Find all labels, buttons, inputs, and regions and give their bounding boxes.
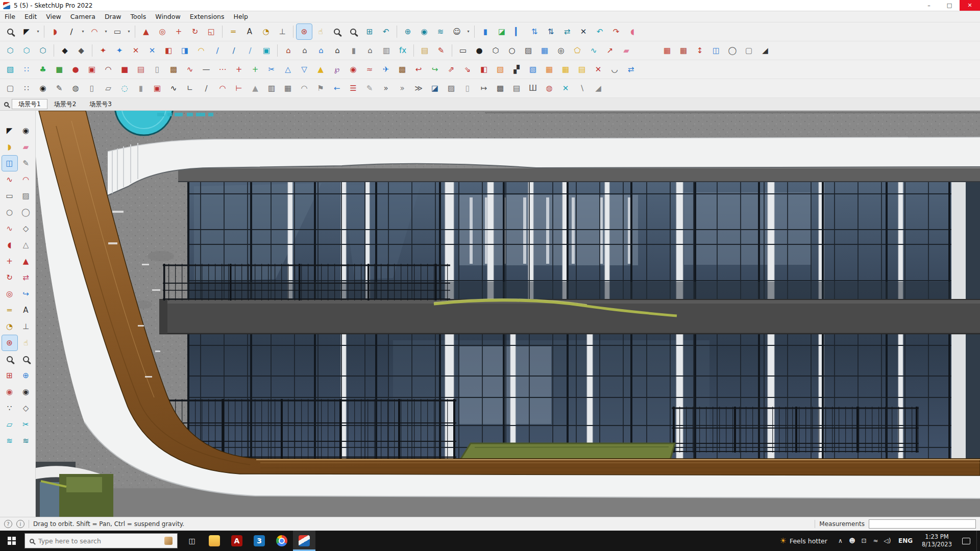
walk-small-icon[interactable]: ∵ <box>2 400 17 416</box>
diagonal-icon[interactable]: ∕ <box>199 81 214 96</box>
hidden-icons-chevron-icon[interactable]: ∧ <box>835 537 846 544</box>
tape-measure-tool-icon[interactable]: ═ <box>2 303 17 318</box>
zoom-extents-icon[interactable]: ⊞ <box>362 24 377 39</box>
export-box-icon[interactable]: ⇗ <box>444 62 459 77</box>
loop-purple-icon[interactable]: ℘ <box>329 62 345 77</box>
import-box-icon[interactable]: ⇘ <box>460 62 475 77</box>
eye-icon[interactable]: ◉ <box>35 81 51 96</box>
follow-me-icon[interactable]: ↪ <box>18 286 34 302</box>
taskbar-search[interactable] <box>24 533 178 548</box>
white-cube-icon[interactable]: ▢ <box>3 81 18 96</box>
green-square-icon[interactable]: ■ <box>52 62 67 77</box>
black-curve-icon[interactable]: ◡ <box>607 62 622 77</box>
grid-icon[interactable]: ▦ <box>280 81 296 96</box>
blue-box-icon[interactable]: ◪ <box>427 81 443 96</box>
select-arrow-icon[interactable]: ◤ <box>19 24 34 39</box>
red-diagonal-arrow-icon[interactable]: ↗ <box>602 43 618 58</box>
chevrons-1-icon[interactable]: » <box>378 81 394 96</box>
yellow-grid-2-icon[interactable]: ▤ <box>574 62 590 77</box>
drop-triangle-icon[interactable]: △ <box>280 62 296 77</box>
taskbar-file-explorer[interactable] <box>203 531 226 551</box>
pencil-light-icon[interactable]: ✎ <box>362 81 377 96</box>
zoom-window-icon[interactable] <box>346 24 361 39</box>
blue-cube-icon[interactable]: ▧ <box>525 62 541 77</box>
zoom-tool-icon[interactable] <box>2 352 17 367</box>
person-scale-icon[interactable]: ☺ <box>449 24 464 39</box>
sandbox-scratch-icon[interactable]: ⬡ <box>19 43 34 58</box>
parallelogram-icon[interactable]: ▱ <box>101 81 116 96</box>
polygon-icon[interactable]: ◇ <box>18 221 34 236</box>
paint-bucket-icon[interactable]: ◗ <box>47 24 63 39</box>
separator[interactable] <box>395 24 399 39</box>
arc-tool-icon[interactable]: ◠ <box>87 24 102 39</box>
ribbon-icon[interactable]: ◖ <box>625 24 640 39</box>
walk-tool-icon[interactable]: ≋ <box>433 24 448 39</box>
menu-window[interactable]: Window <box>151 11 185 22</box>
taskbar-3d-app[interactable]: 3 <box>248 531 271 551</box>
teal-ring-icon[interactable]: ◌ <box>117 81 132 96</box>
bw-hatch-icon[interactable]: ▞ <box>509 62 524 77</box>
scene-search-icon[interactable] <box>4 102 9 107</box>
pen-icon[interactable]: ✎ <box>52 81 67 96</box>
rotate-icon[interactable]: ↻ <box>187 24 203 39</box>
grid-red-teal-icon[interactable]: ▦ <box>659 43 675 58</box>
viewport-3d[interactable] <box>36 111 980 517</box>
swap-arrows-icon[interactable]: ⇄ <box>559 24 575 39</box>
separator[interactable] <box>450 43 454 58</box>
separator[interactable] <box>275 43 280 58</box>
position-camera-tool-icon[interactable]: ◉ <box>2 384 17 399</box>
axes-icon[interactable]: ⊥ <box>18 319 34 334</box>
rectangle-icon[interactable]: ▭ <box>2 188 17 204</box>
cone-icon[interactable]: ▲ <box>248 81 263 96</box>
orbit-small-icon[interactable]: ◉ <box>18 123 34 138</box>
protractor-tool-icon[interactable]: ◔ <box>2 319 17 334</box>
orbit-icon[interactable]: ⊛ <box>297 24 312 39</box>
axes-tool-icon[interactable]: ⊥ <box>275 24 290 39</box>
flip-tool-icon[interactable]: ⇄ <box>18 270 34 285</box>
language-indicator[interactable]: ENG <box>894 537 917 544</box>
arrow-left-icon[interactable]: ← <box>329 81 345 96</box>
sort-ascending-icon[interactable]: ⇅ <box>527 24 542 39</box>
ring-gray-icon[interactable]: ◯ <box>725 43 740 58</box>
grid-red-icon[interactable]: ▦ <box>676 43 691 58</box>
ellipse-icon[interactable]: ◯ <box>18 205 34 220</box>
house-gray-icon[interactable]: ⌂ <box>362 43 378 58</box>
taskbar-weather[interactable]: ☀ Feels hotter <box>773 531 834 551</box>
offset-icon[interactable]: ◎ <box>155 24 170 39</box>
wedge-dark-icon[interactable]: ◢ <box>757 43 773 58</box>
red-dot-icon[interactable]: ● <box>68 62 83 77</box>
menu-view[interactable]: View <box>41 11 66 22</box>
separator[interactable] <box>291 24 296 39</box>
zoom-photo-icon[interactable]: ⊕ <box>18 368 34 383</box>
position-camera-icon[interactable]: ⊕ <box>400 24 415 39</box>
push-pull-tool-icon[interactable]: ▲ <box>18 254 34 269</box>
tape-measure-icon[interactable]: ═ <box>226 24 241 39</box>
ring-icon[interactable]: ◎ <box>553 43 569 58</box>
pattern-circle-icon[interactable]: ◍ <box>542 81 557 96</box>
comb-icon[interactable]: Ш <box>525 81 541 96</box>
undo-icon[interactable]: ↶ <box>592 24 607 39</box>
rotate-tool-icon[interactable]: ↻ <box>2 270 17 285</box>
orbit-tool-icon[interactable]: ⊛ <box>2 335 17 350</box>
crate-brown-icon[interactable]: ▩ <box>395 62 410 77</box>
smoove-icon[interactable]: ⬡ <box>35 43 51 58</box>
menu-file[interactable]: File <box>0 11 20 22</box>
select-rectangle-icon[interactable]: ▭ <box>455 43 471 58</box>
select-caret-icon[interactable]: ▾ <box>35 24 41 39</box>
menu-camera[interactable]: Camera <box>66 11 100 22</box>
dimension-icon[interactable]: ⊢ <box>231 81 247 96</box>
lines-icon[interactable]: ▤ <box>509 81 524 96</box>
droplet-icon[interactable]: ▽ <box>297 62 312 77</box>
spiral-red-icon[interactable]: ◉ <box>346 62 361 77</box>
box-arrow-icon[interactable]: ↦ <box>476 81 492 96</box>
flag-icon[interactable]: ⚑ <box>313 81 328 96</box>
menu-draw[interactable]: Draw <box>100 11 126 22</box>
scene-tab-1[interactable]: 场景号1 <box>12 99 47 109</box>
red-shape-icon[interactable]: ◧ <box>161 43 176 58</box>
separator[interactable] <box>411 43 416 58</box>
forward-arrow-icon[interactable]: ↪ <box>427 62 443 77</box>
red-frame-icon[interactable]: ▣ <box>84 62 100 77</box>
circle-icon[interactable]: ○ <box>2 205 17 220</box>
minimize-button[interactable]: – <box>919 0 939 11</box>
task-view-button[interactable]: ◫ <box>181 531 203 551</box>
